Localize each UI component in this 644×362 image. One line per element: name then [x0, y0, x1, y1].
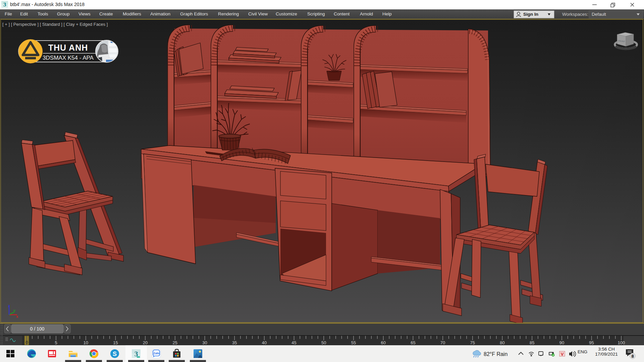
svg-text:15: 15	[113, 340, 118, 345]
svg-text:60: 60	[381, 340, 385, 345]
svg-text:40: 40	[262, 340, 267, 345]
svg-text:3: 3	[3, 1, 6, 8]
svg-text:Sign In: Sign In	[523, 12, 538, 17]
svg-text:35: 35	[232, 340, 237, 345]
svg-text:55: 55	[351, 340, 356, 345]
svg-text:S: S	[113, 351, 117, 357]
svg-text:50: 50	[321, 340, 326, 345]
svg-text:90: 90	[559, 340, 564, 345]
svg-text:85: 85	[530, 340, 534, 345]
svg-text:70: 70	[440, 340, 445, 345]
svg-text:THU ANH: THU ANH	[48, 43, 88, 52]
svg-text:5: 5	[55, 340, 57, 345]
svg-text:Workspaces:: Workspaces:	[562, 12, 588, 17]
svg-text:20: 20	[143, 340, 148, 345]
svg-text:z: z	[8, 304, 10, 308]
svg-text:[ + ] [ Perspective ] [ Standa: [ + ] [ Perspective ] [ Standard ] [ Cla…	[2, 22, 108, 27]
svg-text:30: 30	[202, 340, 207, 345]
svg-text:Zalo: Zalo	[153, 352, 159, 355]
svg-text:0: 0	[25, 340, 28, 345]
svg-text:45: 45	[291, 340, 296, 345]
svg-text:V: V	[561, 352, 564, 357]
svg-text:80: 80	[500, 340, 504, 345]
svg-text:x: x	[16, 314, 18, 318]
svg-text:0 / 100: 0 / 100	[30, 326, 45, 331]
svg-text:25: 25	[173, 340, 177, 345]
svg-text:8: 8	[631, 354, 634, 359]
svg-text:75: 75	[470, 340, 475, 345]
svg-text:Default: Default	[592, 12, 606, 17]
svg-text:y: y	[13, 308, 16, 312]
svg-text:3DSMAX K54 - APA: 3DSMAX K54 - APA	[43, 55, 94, 61]
svg-text:65: 65	[411, 340, 415, 345]
svg-text:100: 100	[618, 340, 625, 345]
svg-text:82°F Rain: 82°F Rain	[484, 351, 507, 357]
svg-text:10: 10	[83, 340, 88, 345]
svg-text:95: 95	[589, 340, 594, 345]
